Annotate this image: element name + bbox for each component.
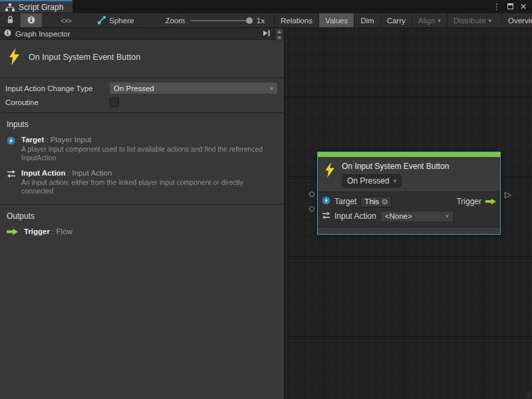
chevron-down-icon: ▾ [446,213,449,219]
resize-grip[interactable] [525,392,531,398]
code-icon: <×> [61,17,71,25]
button-label: Relations [281,17,313,25]
port-name: Trigger [24,227,50,235]
dropdown-value: On Pressed [114,84,154,92]
object-picker-icon[interactable]: ⊙ [382,198,388,206]
event-mode-dropdown[interactable]: On Pressed ▾ [342,174,402,188]
node-summary-title: On Input System Event Button [29,53,140,62]
flow-arrow-icon [485,196,496,207]
toolbar-button-relations[interactable]: Relations [274,13,319,27]
port-label: Trigger [456,197,481,206]
script-graph-icon [5,3,15,11]
outputs-heading: Outputs [7,211,277,221]
port-name: Target [21,136,44,144]
output-item-trigger: Trigger : Flow [7,227,277,237]
field-label: Input Action Change Type [5,84,110,92]
input-action-port-icon[interactable] [309,206,315,211]
graph-name-label: Sphere [109,17,134,25]
graph-inspector-panel: Graph Inspector On Input System Event Bu… [0,28,285,399]
toolbar-button-overview[interactable]: Overview [501,13,532,27]
inputs-heading: Inputs [7,120,277,129]
zoom-slider[interactable] [190,17,251,24]
change-type-dropdown[interactable]: On Pressed ▾ [110,82,277,94]
close-icon[interactable]: ✕ [520,3,527,11]
graph-inspector-header: Graph Inspector [0,28,284,40]
scroll-up-button[interactable] [275,29,283,35]
field-coroutine: Coroutine [5,98,277,107]
port-type: Input Action [72,169,112,177]
toolbar-button-values[interactable]: Values [319,13,354,27]
target-object-field[interactable]: This ⊙ [360,196,392,207]
toolbar-button-carry[interactable]: Carry [380,13,412,27]
node-header[interactable]: On Input System Event Button On Pressed … [318,157,500,192]
button-label: Overview [508,17,532,25]
dropdown-value: On Pressed [347,176,389,186]
panel-dock-icon[interactable] [263,30,271,38]
player-input-icon [7,136,16,162]
toolbar-button-distribute[interactable]: Distribute ▾ [447,13,497,27]
generated-code-button[interactable]: <×> [54,13,78,27]
shuffle-arrows-icon [322,211,331,221]
graph-target-button[interactable]: Sphere [91,13,140,27]
triangle-up-icon [277,31,281,33]
toolbar-button-align[interactable]: Align ▾ [412,13,447,27]
inspector-title: Graph Inspector [15,30,70,38]
separator: : [68,169,70,177]
info-icon [4,29,11,38]
event-node[interactable]: On Input System Event Button On Pressed … [317,152,501,235]
shuffle-arrows-icon [7,169,16,196]
titlebar: Script Graph ⋮ ✕ [0,0,532,13]
graph-canvas[interactable]: ▷ On Input System Event Button On Presse… [285,28,532,399]
toolbar-button-dim[interactable]: Dim [354,13,380,27]
zoom-slider-track [190,20,251,21]
port-label: Target [334,197,356,206]
script-graph-window: Script Graph ⋮ ✕ <×> Sphere [0,0,532,399]
trigger-flow-port-icon[interactable]: ▷ [505,190,511,199]
port-description: An input action, either from the linked … [21,178,277,196]
chevron-down-icon: ▾ [393,178,396,184]
scroll-down-button[interactable] [275,35,283,41]
triangle-down-icon [277,37,281,39]
button-label: Dim [360,17,374,25]
target-port-icon[interactable] [309,192,315,197]
input-item-target: Target : Player Input A player input com… [7,136,277,162]
maximize-icon[interactable] [507,3,513,9]
main-split: Graph Inspector On Input System Event Bu… [0,28,532,399]
zoom-label: Zoom [165,17,184,25]
inspector-scroll-arrows [275,29,283,41]
node-summary: On Input System Event Button [0,40,284,77]
tab-label: Script Graph [19,3,63,12]
zoom-value: 1x [257,17,265,25]
inputs-section: Inputs Target : Player Input A player in… [0,112,284,204]
graph-asset-icon [97,15,106,26]
info-icon [27,16,35,25]
tab-script-graph[interactable]: Script Graph [0,0,72,13]
node-row-input-action: Input Action <None> ▾ [322,209,496,223]
player-input-icon [322,196,331,207]
lock-icon [7,15,14,25]
lightning-bolt-icon [8,48,21,66]
menu-icon[interactable]: ⋮ [493,3,501,11]
port-type: Player Input [51,136,91,144]
chevron-down-icon: ▾ [438,17,441,24]
button-label: Values [325,17,348,25]
inspector-toggle-button[interactable] [21,13,42,27]
input-item-input-action: Input Action : Input Action An input act… [7,169,277,196]
field-input-action-change-type: Input Action Change Type On Pressed ▾ [5,82,277,94]
zoom-slider-handle[interactable] [246,17,253,24]
input-action-dropdown[interactable]: <None> ▾ [380,211,454,222]
separator: : [52,227,54,235]
node-accent-bar [318,152,500,157]
window-controls: ⋮ ✕ [493,0,532,13]
flow-arrow-icon [7,227,19,237]
port-description: A player input component used to list av… [21,145,277,162]
node-row-target: Target This ⊙ Trigger [322,194,496,209]
lock-button[interactable] [0,13,21,27]
node-body: Target This ⊙ Trigger [318,192,500,227]
zoom-control: Zoom 1x [158,13,271,27]
coroutine-checkbox[interactable] [110,98,119,107]
chevron-down-icon: ▾ [270,85,273,92]
node-settings: Input Action Change Type On Pressed ▾ Co… [0,77,284,112]
button-label: Distribute [454,17,486,25]
field-label: Coroutine [5,98,110,106]
